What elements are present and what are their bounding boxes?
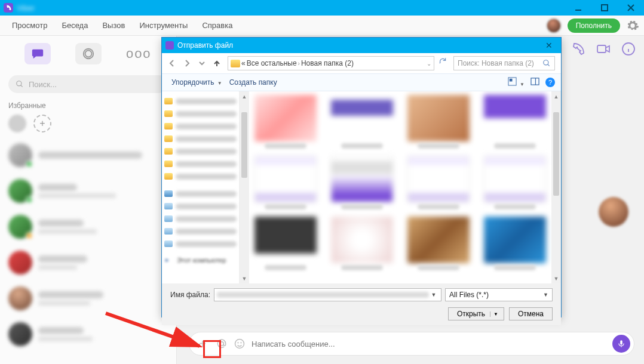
window-close-button[interactable] (618, 0, 644, 16)
chat-list-item[interactable] (0, 137, 176, 173)
file-item[interactable] (253, 95, 318, 149)
svg-line-22 (548, 64, 550, 66)
file-item[interactable] (253, 156, 318, 209)
dialog-search-box[interactable]: Поиск: Новая папка (2) (453, 56, 555, 70)
file-item[interactable] (482, 95, 548, 149)
refresh-button[interactable] (438, 57, 452, 70)
organize-button[interactable]: Упорядочить ▼ (168, 76, 226, 89)
view-mode-button[interactable]: ▼ (508, 77, 525, 88)
svg-point-18 (241, 343, 241, 343)
file-item[interactable] (329, 95, 395, 149)
tree-this-pc[interactable]: ▸ Этот компьютер (164, 254, 237, 266)
dialog-toolbar: Упорядочить ▼ Создать папку ▼ ? (162, 73, 561, 91)
file-open-dialog: Отправить файл ✕ « Все остальные › Новая… (161, 37, 562, 317)
dialog-nav-row: « Все остальные › Новая папка (2) ⌄ Поис… (162, 53, 561, 73)
file-item[interactable] (406, 156, 471, 209)
tab-contacts[interactable] (75, 43, 102, 64)
favorites-label: Избранные (0, 97, 176, 112)
svg-point-21 (544, 60, 548, 65)
folder-tree[interactable]: ▸ Этот компьютер (162, 91, 240, 283)
svg-point-17 (238, 343, 238, 343)
file-item[interactable] (406, 95, 471, 149)
help-button[interactable]: ? (545, 78, 555, 87)
files-scrollbar[interactable]: ▲▼ (551, 91, 561, 283)
filetype-combo[interactable]: All Files (*.*)▼ (445, 288, 553, 301)
call-icon[interactable] (571, 42, 585, 58)
profile-avatar[interactable] (546, 18, 562, 33)
window-minimize-button[interactable] (565, 0, 591, 16)
message-input-bar: + (189, 332, 634, 356)
window-title-blurred: Viber (17, 4, 35, 13)
menu-tools[interactable]: Инструменты (132, 17, 195, 33)
app-title-bar: Viber (0, 0, 644, 16)
svg-point-16 (235, 340, 244, 348)
menu-view[interactable]: Просмотр (5, 17, 54, 33)
open-button[interactable]: Открыть▼ (448, 307, 504, 320)
dialog-footer: Имя файла: ▼ All Files (*.*)▼ Открыть▼ О… (162, 283, 561, 325)
breadcrumb-segment[interactable]: Новая папка (2) (301, 59, 354, 67)
chat-list-item[interactable] (0, 245, 176, 280)
nav-recent-dropdown[interactable] (195, 57, 208, 70)
file-item[interactable] (406, 217, 471, 270)
add-favorite-button[interactable]: + (33, 115, 51, 132)
breadcrumb-path[interactable]: « Все остальные › Новая папка (2) ⌄ (228, 56, 434, 70)
filename-combo[interactable]: ▼ (214, 288, 441, 301)
nav-back-button[interactable] (165, 57, 179, 70)
window-maximize-button[interactable] (591, 0, 618, 16)
dialog-app-icon (165, 41, 174, 50)
svg-rect-24 (510, 79, 513, 82)
file-grid[interactable] (249, 91, 551, 283)
folder-icon (231, 60, 240, 67)
chat-list-item[interactable] (0, 209, 176, 245)
search-placeholder: Поиск... (29, 80, 57, 89)
tab-chats[interactable] (24, 43, 51, 64)
svg-rect-11 (597, 45, 606, 53)
chat-list-item[interactable] (0, 173, 176, 209)
contact-avatar-large[interactable] (599, 197, 628, 227)
tree-scrollbar[interactable]: ▲▼ (240, 91, 249, 283)
viber-logo-icon (4, 3, 13, 13)
svg-point-6 (17, 81, 22, 86)
favorite-contact[interactable] (8, 115, 26, 132)
mention-icon[interactable] (216, 338, 228, 350)
info-icon[interactable] (621, 42, 636, 58)
voice-message-button[interactable] (612, 335, 630, 353)
menu-help[interactable]: Справка (195, 17, 240, 33)
nav-forward-button[interactable] (180, 57, 194, 70)
menu-chat[interactable]: Беседа (54, 17, 95, 33)
dialog-close-button[interactable]: ✕ (541, 38, 557, 53)
message-input[interactable] (252, 340, 606, 348)
breadcrumb-caret: « (241, 59, 246, 67)
dialog-title-bar: Отправить файл ✕ (162, 38, 561, 53)
dialog-title: Отправить файл (177, 41, 233, 50)
file-item[interactable] (482, 156, 548, 209)
file-item[interactable] (329, 217, 395, 270)
search-icon (542, 59, 551, 67)
preview-pane-button[interactable] (530, 77, 539, 88)
svg-rect-1 (602, 5, 608, 11)
svg-line-7 (21, 85, 23, 87)
settings-gear-icon[interactable] (626, 19, 639, 32)
breadcrumb-segment[interactable]: Все остальные (247, 59, 297, 67)
topup-button[interactable]: Пополнить (568, 18, 620, 33)
tab-more[interactable]: ooo (125, 43, 152, 64)
sticker-icon[interactable] (234, 338, 246, 350)
filename-label: Имя файла: (170, 291, 210, 299)
video-call-icon[interactable] (596, 42, 611, 58)
menu-bar: Просмотр Беседа Вызов Инструменты Справк… (0, 16, 644, 36)
breadcrumb-dropdown-icon[interactable]: ⌄ (427, 60, 431, 67)
file-item[interactable] (253, 217, 318, 270)
chat-search-box[interactable]: Поиск... (8, 75, 168, 93)
menu-call[interactable]: Вызов (95, 17, 132, 33)
file-item[interactable] (329, 156, 395, 209)
svg-point-15 (220, 342, 224, 346)
dialog-search-placeholder: Поиск: Новая папка (2) (458, 59, 539, 67)
nav-up-button[interactable] (210, 57, 223, 70)
svg-point-4 (85, 51, 91, 57)
cancel-button[interactable]: Отмена (509, 307, 553, 320)
file-item[interactable] (482, 217, 548, 270)
new-folder-button[interactable]: Создать папку (226, 76, 281, 89)
svg-rect-25 (531, 78, 539, 85)
